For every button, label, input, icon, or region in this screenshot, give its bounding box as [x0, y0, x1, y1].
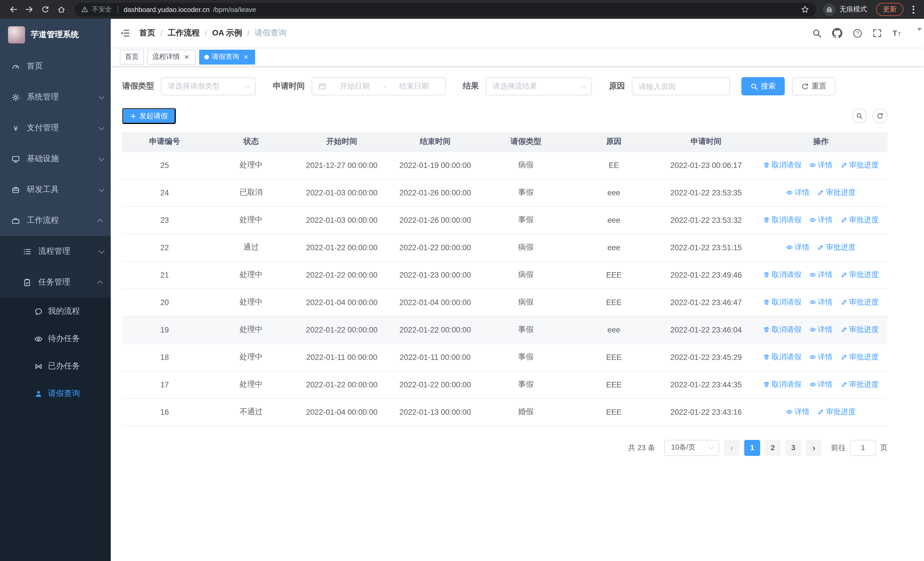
reason-label: 原因	[609, 81, 625, 92]
browser-reload-button[interactable]	[38, 2, 52, 17]
col-end-time: 结束时间	[388, 132, 482, 151]
approval-progress-link[interactable]: 审批进度	[817, 407, 855, 417]
detail-link[interactable]: 详情	[809, 297, 832, 307]
cancel-leave-link[interactable]: 取消请假	[763, 325, 801, 335]
close-icon[interactable]: ×	[183, 53, 190, 61]
browser-menu-button[interactable]	[908, 5, 918, 14]
page-button-3[interactable]: 3	[785, 439, 801, 456]
sidebar-item-done-tasks[interactable]: 已办任务	[0, 352, 111, 380]
breadcrumb-oa-example[interactable]: OA 示例	[212, 28, 242, 38]
approval-progress-link[interactable]: 审批进度	[840, 297, 879, 307]
cell-apply-id: 23	[122, 206, 207, 234]
breadcrumb-workflow[interactable]: 工作流程	[168, 28, 200, 38]
cell-apply-time: 2022-01-22 23:53:35	[658, 179, 754, 206]
close-icon[interactable]: ×	[242, 53, 250, 61]
next-page-button[interactable]: ›	[806, 439, 822, 456]
sidebar-item-payment[interactable]: ¥ 支付管理	[0, 113, 111, 143]
detail-link[interactable]: 详情	[809, 160, 832, 170]
sidebar-item-system[interactable]: 系统管理	[0, 82, 111, 113]
apply-time-range-picker[interactable]: 开始日期 - 结束日期	[312, 77, 446, 95]
approval-progress-link[interactable]: 审批进度	[840, 379, 879, 390]
goto-page-input[interactable]	[850, 439, 876, 456]
approval-progress-link[interactable]: 审批进度	[840, 215, 879, 225]
cell-end-time: 2022-01-26 00:00:00	[388, 206, 482, 234]
browser-forward-button[interactable]	[22, 2, 36, 17]
cancel-leave-link[interactable]: 取消请假	[763, 160, 801, 170]
end-date-input[interactable]: 结束日期	[389, 81, 439, 92]
sidebar-item-workflow[interactable]: 工作流程	[0, 205, 111, 236]
fullscreen-button[interactable]	[873, 29, 882, 38]
approval-progress-link[interactable]: 审批进度	[840, 352, 879, 362]
prev-page-button[interactable]: ‹	[724, 439, 740, 456]
app-logo[interactable]: 芋道管理系统	[0, 19, 111, 51]
tab-home[interactable]: 首页	[120, 50, 144, 64]
font-size-button[interactable]: TT	[892, 29, 902, 38]
approval-progress-link[interactable]: 审批进度	[840, 270, 879, 280]
address-bar[interactable]: 不安全 dashboard.yudao.iocoder.cn/bpm/oa/le…	[74, 3, 816, 16]
browser-home-button[interactable]	[54, 2, 69, 17]
tags-view: 首页 流程详情 × 请假查询 ×	[111, 47, 924, 67]
approval-progress-link[interactable]: 审批进度	[817, 187, 855, 198]
cell-end-time: 2022-01-11 00:00:00	[388, 343, 482, 371]
approval-progress-link[interactable]: 审批进度	[840, 160, 879, 170]
sidebar-item-task-mgmt[interactable]: 任务管理	[0, 267, 111, 298]
cell-operations: 详情 审批进度	[754, 179, 888, 206]
trash-icon	[763, 326, 770, 333]
detail-link[interactable]: 详情	[809, 379, 832, 390]
page-button-2[interactable]: 2	[765, 439, 781, 456]
start-date-input[interactable]: 开始日期	[330, 81, 380, 92]
cell-start-time: 2022-01-11 00:00:00	[295, 343, 388, 371]
detail-link[interactable]: 详情	[809, 325, 832, 335]
browser-update-button[interactable]: 更新	[876, 3, 903, 16]
trash-icon	[763, 299, 770, 305]
search-button[interactable]: 搜索	[741, 77, 785, 95]
cancel-leave-link[interactable]: 取消请假	[763, 352, 801, 362]
sidebar-item-my-process[interactable]: 我的流程	[0, 298, 111, 325]
sidebar-item-leave-query[interactable]: 请假查询	[0, 380, 111, 407]
sidebar-item-home[interactable]: 首页	[0, 51, 111, 82]
cell-operations: 详情 审批进度	[754, 234, 888, 261]
browser-back-button[interactable]	[6, 2, 21, 17]
detail-link[interactable]: 详情	[786, 242, 810, 253]
result-select[interactable]: 请选择流结果	[486, 77, 592, 95]
bookmark-star-icon[interactable]	[801, 5, 809, 14]
detail-link[interactable]: 详情	[809, 352, 832, 362]
plus-icon	[130, 113, 136, 119]
sidebar-item-devtools[interactable]: 研发工具	[0, 174, 111, 205]
cancel-leave-link[interactable]: 取消请假	[763, 379, 801, 390]
github-link[interactable]	[832, 28, 842, 38]
sidebar-item-process-mgmt[interactable]: 流程管理	[0, 236, 111, 267]
create-leave-button[interactable]: 发起请假	[122, 108, 176, 124]
tab-process-detail[interactable]: 流程详情 ×	[147, 50, 196, 64]
refresh-table-button[interactable]	[873, 108, 888, 123]
page-size-select[interactable]: 10条/页	[664, 439, 719, 456]
leave-type-select[interactable]: 请选择请假类型	[161, 77, 256, 95]
breadcrumb-home[interactable]: 首页	[139, 28, 155, 38]
toggle-search-button[interactable]	[852, 108, 867, 123]
tab-leave-query[interactable]: 请假查询 ×	[199, 50, 255, 64]
cancel-leave-link[interactable]: 取消请假	[763, 297, 801, 307]
header-search-button[interactable]	[812, 28, 822, 38]
cell-reason: EEE	[570, 371, 658, 398]
cancel-leave-link[interactable]: 取消请假	[763, 270, 801, 280]
approval-progress-link[interactable]: 审批进度	[840, 325, 879, 335]
reason-input[interactable]	[639, 82, 723, 90]
sidebar-item-infra[interactable]: 基础设施	[0, 143, 111, 174]
reset-button[interactable]: 重置	[792, 77, 836, 95]
cell-status: 处理中	[207, 371, 295, 398]
toolbox-icon	[11, 185, 20, 194]
detail-link[interactable]: 详情	[786, 187, 810, 198]
detail-link[interactable]: 详情	[809, 270, 832, 280]
eye-icon	[34, 334, 43, 343]
detail-link[interactable]: 详情	[786, 407, 810, 417]
cell-leave-type: 病假	[482, 261, 570, 289]
col-reason: 原因	[570, 132, 658, 151]
help-button[interactable]: ?	[853, 28, 862, 38]
sidebar-item-todo-tasks[interactable]: 待办任务	[0, 325, 111, 352]
approval-progress-link[interactable]: 审批进度	[817, 242, 855, 253]
detail-link[interactable]: 详情	[809, 215, 832, 225]
cell-apply-id: 21	[122, 261, 207, 289]
page-button-1[interactable]: 1	[744, 439, 760, 456]
sidebar-fold-button[interactable]	[120, 28, 130, 38]
cancel-leave-link[interactable]: 取消请假	[763, 215, 801, 225]
